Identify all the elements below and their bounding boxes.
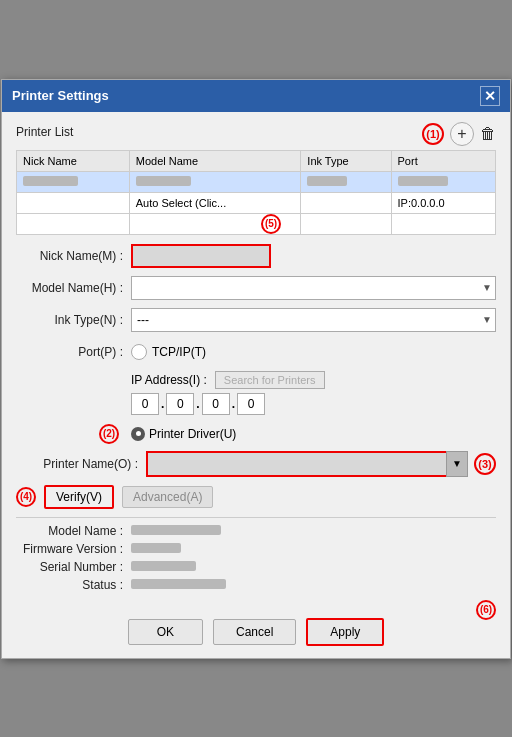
annotation-4: (4) [16,487,36,507]
ip-fields: . . . [131,393,496,415]
ip-field-1[interactable] [131,393,159,415]
ok-button[interactable]: OK [128,619,203,645]
cell-ink-type [301,171,391,192]
printer-name-select-wrapper: ▼ [146,451,468,477]
printer-list-header: Printer List (1) + 🗑 [16,122,496,146]
printer-driver-row: (2) Printer Driver(U) [16,421,496,447]
info-model-label: Model Name : [16,524,131,538]
cell-nick-name [17,171,130,192]
divider [16,517,496,518]
verify-button[interactable]: Verify(V) [44,485,114,509]
table-row[interactable]: Auto Select (Clic... IP:0.0.0.0 [17,192,496,213]
annotation-2-container: (2) [16,424,131,444]
annotation-1: (1) [422,123,444,145]
model-name-select[interactable] [131,276,496,300]
cell-nick-name [17,192,130,213]
printer-settings-dialog: Printer Settings ✕ Printer List (1) + 🗑 … [1,79,511,659]
search-printers-button[interactable]: Search for Printers [215,371,325,389]
col-nick-name: Nick Name [17,150,130,171]
info-serial-row: Serial Number : [16,560,496,574]
annotation-2: (2) [99,424,119,444]
info-model-row: Model Name : [16,524,496,538]
printer-driver-label: Printer Driver(U) [149,427,236,441]
add-printer-button[interactable]: + [450,122,474,146]
info-firmware-label: Firmware Version : [16,542,131,556]
printer-name-label: Printer Name(O) : [16,457,146,471]
info-serial-value [131,560,496,574]
nick-name-label: Nick Name(M) : [16,249,131,263]
delete-printer-button[interactable]: 🗑 [480,125,496,143]
dialog-title: Printer Settings [12,88,109,103]
model-name-label: Model Name(H) : [16,281,131,295]
cell-ink-type [301,192,391,213]
info-section: Model Name : Firmware Version : Serial N… [16,524,496,592]
ip-dot-1: . [161,397,164,411]
tcp-ip-label: TCP/IP(T) [152,345,206,359]
info-firmware-row: Firmware Version : [16,542,496,556]
close-button[interactable]: ✕ [480,86,500,106]
model-name-select-wrapper: ▼ [131,276,496,300]
table-row[interactable] [17,171,496,192]
cell-port: IP:0.0.0.0 [391,192,495,213]
ink-type-row: Ink Type(N) : --- ▼ [16,307,496,333]
cell-ink-type [301,213,391,234]
info-status-value [131,578,496,592]
port-label: Port(P) : [16,345,131,359]
ip-dot-3: . [232,397,235,411]
printer-driver-radio: Printer Driver(U) [131,427,236,441]
ip-field-4[interactable] [237,393,265,415]
table-row[interactable] [17,213,496,234]
cell-port [391,171,495,192]
annotation-6: (6) [476,600,496,620]
ip-address-section: IP Address(I) : Search for Printers . . … [131,371,496,415]
info-serial-label: Serial Number : [16,560,131,574]
cell-model-name: Auto Select (Clic... [129,192,301,213]
port-radio-button[interactable] [131,344,147,360]
annotation-5: (5) [261,214,281,234]
info-model-value [131,524,496,538]
cell-port [391,213,495,234]
printer-name-row: Printer Name(O) : ▼ (3) [16,451,496,477]
info-status-label: Status : [16,578,131,592]
model-name-row: Model Name(H) : ▼ [16,275,496,301]
nick-name-row: Nick Name(M) : (5) [16,243,496,269]
driver-radio-button[interactable] [131,427,145,441]
col-port: Port [391,150,495,171]
footer: OK Cancel Apply (6) [2,610,510,658]
printer-list-label: Printer List [16,125,73,139]
ink-type-select[interactable]: --- [131,308,496,332]
cancel-button[interactable]: Cancel [213,619,296,645]
printer-name-dropdown-icon[interactable]: ▼ [446,451,468,477]
nick-name-input[interactable] [131,244,271,268]
col-ink-type: Ink Type [301,150,391,171]
ink-type-label: Ink Type(N) : [16,313,131,327]
printer-list-actions: (1) + 🗑 [422,122,496,146]
info-status-row: Status : [16,578,496,592]
advanced-button[interactable]: Advanced(A) [122,486,213,508]
cell-nick-name [17,213,130,234]
cell-model-name [129,171,301,192]
col-model-name: Model Name [129,150,301,171]
ip-field-2[interactable] [166,393,194,415]
info-firmware-value [131,542,496,556]
ip-dot-2: . [196,397,199,411]
dialog-content: Printer List (1) + 🗑 Nick Name Model Nam… [2,112,510,610]
annotation-3: (3) [474,453,496,475]
ip-field-3[interactable] [202,393,230,415]
port-radio-group: TCP/IP(T) [131,344,206,360]
ip-address-label: IP Address(I) : [131,373,207,387]
printer-name-select[interactable] [146,451,468,477]
apply-button[interactable]: Apply [306,618,384,646]
printer-table: Nick Name Model Name Ink Type Port Auto … [16,150,496,235]
title-bar: Printer Settings ✕ [2,80,510,112]
nick-name-wrapper: (5) [131,244,496,268]
port-row: Port(P) : TCP/IP(T) [16,339,496,365]
verify-advanced-row: (4) Verify(V) Advanced(A) [16,485,496,509]
ink-type-select-wrapper: --- ▼ [131,308,496,332]
ip-search-line: IP Address(I) : Search for Printers [131,371,496,389]
